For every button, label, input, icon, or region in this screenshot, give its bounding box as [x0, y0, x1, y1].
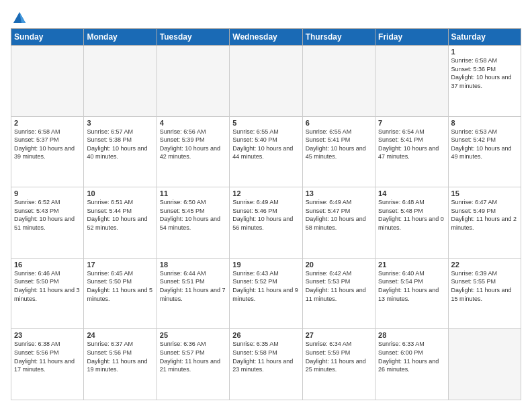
sunset-label: Sunset: 5:59 PM	[306, 349, 351, 356]
daylight-label: Daylight: 10 hours and 52 minutes.	[87, 216, 147, 231]
sunrise-label: Sunrise: 6:39 AM	[451, 270, 498, 277]
sunset-label: Sunset: 5:54 PM	[378, 278, 423, 285]
sunrise-label: Sunrise: 6:49 AM	[306, 199, 352, 205]
daylight-label: Daylight: 10 hours and 44 minutes.	[232, 145, 293, 161]
day-number: 18	[160, 261, 226, 269]
day-info: Sunrise: 6:44 AM Sunset: 5:51 PM Dayligh…	[160, 269, 226, 303]
sunset-label: Sunset: 5:50 PM	[87, 278, 132, 285]
calendar-cell: 20 Sunrise: 6:42 AM Sunset: 5:53 PM Dayl…	[302, 258, 375, 329]
sunset-label: Sunset: 5:53 PM	[306, 278, 351, 285]
day-number: 12	[232, 189, 299, 197]
day-number: 3	[87, 119, 153, 127]
day-number: 7	[378, 119, 445, 127]
logo-icon	[12, 11, 27, 24]
sunset-label: Sunset: 5:41 PM	[378, 136, 423, 143]
daylight-label: Daylight: 10 hours and 58 minutes.	[306, 216, 366, 231]
sunset-label: Sunset: 5:46 PM	[232, 208, 277, 214]
sunrise-label: Sunrise: 6:54 AM	[378, 128, 425, 135]
day-number: 11	[160, 189, 226, 197]
day-info: Sunrise: 6:58 AM Sunset: 5:36 PM Dayligh…	[451, 56, 518, 90]
sunset-label: Sunset: 5:39 PM	[160, 136, 205, 143]
header	[11, 11, 521, 21]
daylight-label: Daylight: 10 hours and 45 minutes.	[306, 145, 366, 161]
weekday-header: Monday	[84, 29, 157, 46]
daylight-label: Daylight: 11 hours and 7 minutes.	[160, 287, 226, 302]
day-info: Sunrise: 6:56 AM Sunset: 5:39 PM Dayligh…	[160, 128, 226, 161]
sunrise-label: Sunrise: 6:38 AM	[14, 340, 60, 347]
sunrise-label: Sunrise: 6:55 AM	[306, 128, 352, 135]
calendar-cell: 13 Sunrise: 6:49 AM Sunset: 5:47 PM Dayl…	[302, 187, 375, 259]
sunset-label: Sunset: 5:56 PM	[14, 349, 59, 356]
daylight-label: Daylight: 10 hours and 42 minutes.	[160, 145, 220, 161]
calendar-cell: 1 Sunrise: 6:58 AM Sunset: 5:36 PM Dayli…	[448, 46, 521, 117]
weekday-header: Wednesday	[230, 29, 302, 46]
day-number: 23	[14, 331, 81, 339]
sunrise-label: Sunrise: 6:49 AM	[232, 199, 279, 205]
day-number: 17	[87, 261, 153, 269]
daylight-label: Daylight: 11 hours and 11 minutes.	[306, 287, 366, 302]
calendar-cell: 19 Sunrise: 6:43 AM Sunset: 5:52 PM Dayl…	[230, 258, 302, 329]
calendar-cell: 22 Sunrise: 6:39 AM Sunset: 5:55 PM Dayl…	[448, 258, 521, 329]
sunrise-label: Sunrise: 6:48 AM	[378, 199, 425, 205]
calendar-cell: 28 Sunrise: 6:33 AM Sunset: 6:00 PM Dayl…	[375, 329, 448, 400]
sunrise-label: Sunrise: 6:50 AM	[160, 199, 206, 205]
sunrise-label: Sunrise: 6:55 AM	[232, 128, 279, 135]
calendar-cell: 23 Sunrise: 6:38 AM Sunset: 5:56 PM Dayl…	[11, 329, 84, 400]
sunrise-label: Sunrise: 6:33 AM	[378, 340, 425, 347]
day-info: Sunrise: 6:36 AM Sunset: 5:57 PM Dayligh…	[160, 340, 226, 373]
day-number: 13	[306, 189, 372, 197]
calendar-cell	[230, 46, 302, 117]
sunrise-label: Sunrise: 6:57 AM	[87, 128, 133, 135]
sunrise-label: Sunrise: 6:44 AM	[160, 270, 206, 277]
daylight-label: Daylight: 10 hours and 56 minutes.	[232, 216, 293, 231]
day-info: Sunrise: 6:34 AM Sunset: 5:59 PM Dayligh…	[306, 340, 372, 373]
sunrise-label: Sunrise: 6:47 AM	[451, 199, 498, 205]
calendar-cell: 18 Sunrise: 6:44 AM Sunset: 5:51 PM Dayl…	[157, 258, 229, 329]
day-number: 1	[451, 48, 518, 56]
calendar-cell: 2 Sunrise: 6:58 AM Sunset: 5:37 PM Dayli…	[11, 116, 84, 187]
sunrise-label: Sunrise: 6:53 AM	[451, 128, 498, 135]
daylight-label: Daylight: 11 hours and 17 minutes.	[14, 358, 75, 373]
day-info: Sunrise: 6:39 AM Sunset: 5:55 PM Dayligh…	[451, 269, 518, 303]
daylight-label: Daylight: 11 hours and 26 minutes.	[378, 358, 439, 373]
daylight-label: Daylight: 10 hours and 37 minutes.	[451, 74, 512, 89]
sunset-label: Sunset: 5:49 PM	[451, 208, 496, 214]
day-number: 19	[232, 261, 299, 269]
sunrise-label: Sunrise: 6:37 AM	[87, 340, 133, 347]
day-info: Sunrise: 6:45 AM Sunset: 5:50 PM Dayligh…	[87, 269, 153, 303]
day-number: 10	[87, 189, 153, 197]
calendar-week-row: 16 Sunrise: 6:46 AM Sunset: 5:50 PM Dayl…	[11, 258, 521, 329]
day-info: Sunrise: 6:51 AM Sunset: 5:44 PM Dayligh…	[87, 198, 153, 232]
daylight-label: Daylight: 10 hours and 54 minutes.	[160, 216, 220, 231]
daylight-label: Daylight: 10 hours and 40 minutes.	[87, 145, 147, 161]
day-number: 26	[232, 331, 299, 339]
day-number: 25	[160, 331, 226, 339]
day-number: 16	[14, 261, 81, 269]
day-info: Sunrise: 6:55 AM Sunset: 5:40 PM Dayligh…	[232, 128, 299, 161]
sunrise-label: Sunrise: 6:42 AM	[306, 270, 352, 277]
sunset-label: Sunset: 5:38 PM	[87, 136, 132, 143]
weekday-header: Sunday	[11, 29, 84, 46]
sunrise-label: Sunrise: 6:51 AM	[87, 199, 133, 205]
sunrise-label: Sunrise: 6:35 AM	[232, 340, 279, 347]
daylight-label: Daylight: 10 hours and 49 minutes.	[451, 145, 512, 161]
calendar-week-row: 9 Sunrise: 6:52 AM Sunset: 5:43 PM Dayli…	[11, 187, 521, 259]
day-number: 2	[14, 119, 81, 127]
sunset-label: Sunset: 5:47 PM	[306, 208, 351, 214]
sunrise-label: Sunrise: 6:43 AM	[232, 270, 279, 277]
sunset-label: Sunset: 5:48 PM	[378, 208, 423, 214]
day-number: 22	[451, 261, 518, 269]
calendar-cell: 26 Sunrise: 6:35 AM Sunset: 5:58 PM Dayl…	[230, 329, 302, 400]
calendar-week-row: 2 Sunrise: 6:58 AM Sunset: 5:37 PM Dayli…	[11, 116, 521, 187]
sunrise-label: Sunrise: 6:58 AM	[451, 57, 498, 64]
day-info: Sunrise: 6:49 AM Sunset: 5:46 PM Dayligh…	[232, 198, 299, 232]
sunrise-label: Sunrise: 6:46 AM	[14, 270, 60, 277]
calendar-cell: 17 Sunrise: 6:45 AM Sunset: 5:50 PM Dayl…	[84, 258, 157, 329]
sunset-label: Sunset: 5:42 PM	[451, 136, 496, 143]
calendar-cell	[375, 46, 448, 117]
calendar-week-row: 23 Sunrise: 6:38 AM Sunset: 5:56 PM Dayl…	[11, 329, 521, 400]
daylight-label: Daylight: 11 hours and 0 minutes.	[378, 216, 444, 231]
calendar-cell	[84, 46, 157, 117]
daylight-label: Daylight: 11 hours and 3 minutes.	[14, 287, 80, 302]
calendar-cell: 16 Sunrise: 6:46 AM Sunset: 5:50 PM Dayl…	[11, 258, 84, 329]
